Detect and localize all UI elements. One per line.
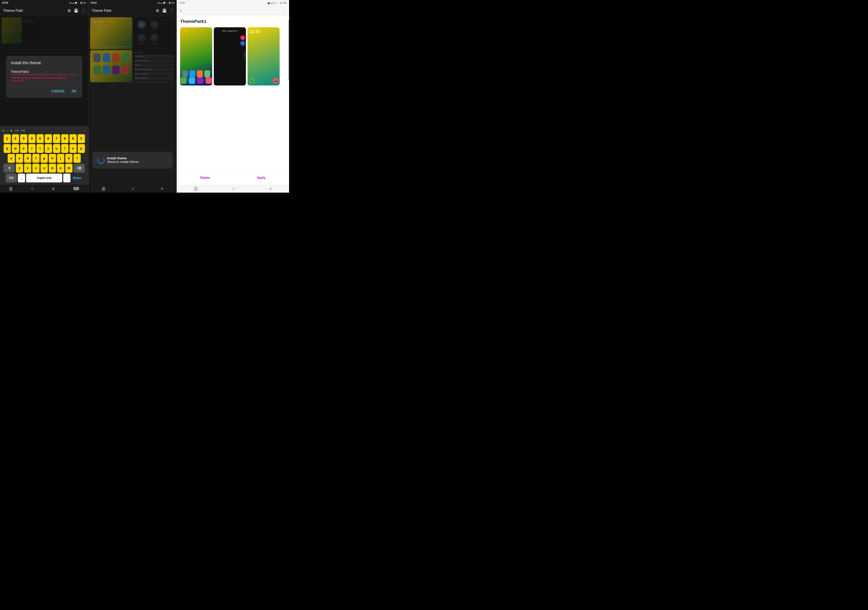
pi3-time: 12:45 (249, 29, 260, 34)
comma-key[interactable]: , (18, 173, 25, 183)
key-k[interactable]: k (65, 154, 73, 163)
scrollbar-indicator (288, 20, 289, 80)
key-m[interactable]: m (65, 164, 73, 173)
preview-card-settings: SETTINGS Connections Sounds, Vibration D… (133, 50, 175, 82)
key-h[interactable]: h (49, 154, 56, 163)
save-icon-2[interactable]: 💾 (162, 8, 167, 13)
install-title: Install theme (107, 156, 127, 160)
key-a[interactable]: a (8, 154, 15, 163)
key-g[interactable]: g (40, 154, 48, 163)
backspace-key[interactable]: ⌫ (73, 164, 85, 173)
key-d[interactable]: d (24, 154, 31, 163)
contact-c: C (240, 41, 245, 46)
apply-button[interactable]: Apply (249, 174, 274, 181)
status-bar-1: 15:53 📷 ☁ 💬 ··· 🔋13% (0, 0, 88, 6)
pi2-date-label: Mon, August 27 (214, 30, 246, 32)
preview-card-notifications: 📶 Wi-Fi 🔊 sound 🔵 Bluetooth 🔦 (133, 17, 175, 50)
key-9[interactable]: 9 (70, 134, 77, 143)
preview-lock-bar (92, 46, 131, 47)
key-4[interactable]: 4 (28, 134, 36, 143)
key-p[interactable]: p (78, 144, 85, 153)
header-icons-2: ⊞ 💾 ⋮ (156, 8, 174, 13)
grid-icon-2[interactable]: ⊞ (156, 8, 159, 13)
key-v[interactable]: v (40, 164, 48, 173)
viber-dock-icon (112, 65, 119, 74)
pi1-dock-phone (180, 77, 187, 84)
nav-home-2[interactable]: ○ (132, 186, 134, 191)
key-n[interactable]: n (57, 164, 64, 173)
more-icon[interactable]: ⋮ (82, 8, 85, 13)
symbol-key[interactable]: !#1 (6, 173, 17, 183)
nav-home-3[interactable]: ○ (232, 186, 234, 191)
done-key[interactable]: Done (71, 173, 83, 183)
key-l[interactable]: l (73, 154, 81, 163)
period-key[interactable]: . (63, 173, 70, 183)
nav-bar-2: ||| ○ < (88, 184, 177, 193)
key-b[interactable]: b (49, 164, 56, 173)
preview-card-home (90, 50, 132, 82)
key-j[interactable]: j (57, 154, 64, 163)
key-o[interactable]: o (70, 144, 77, 153)
grid-icon[interactable]: ⊞ (68, 8, 71, 13)
key-7[interactable]: 7 (53, 134, 60, 143)
time-2: 15:53 (90, 2, 97, 4)
nav-menu-3[interactable]: ||| (194, 186, 197, 191)
back-button[interactable]: ‹ (180, 8, 181, 13)
nav-menu-1[interactable]: ||| (9, 186, 12, 191)
key-3[interactable]: 3 (20, 134, 27, 143)
key-e[interactable]: e (20, 144, 27, 153)
key-f[interactable]: f (32, 154, 40, 163)
key-2[interactable]: 2 (12, 134, 19, 143)
shift-key[interactable]: ⬆ (4, 164, 15, 173)
key-y[interactable]: y (45, 144, 52, 153)
setting-item-5: Advanced features (134, 72, 174, 76)
key-z[interactable]: z (16, 164, 23, 173)
panel3-content: ThemePark1 (177, 15, 289, 170)
more-icon-2[interactable]: ⋮ (170, 8, 174, 13)
nav-back-1[interactable]: ∨ (52, 186, 55, 191)
save-icon[interactable]: 💾 (74, 8, 78, 13)
pi3-call: 📞 (249, 78, 255, 84)
install-sheet: Install theme About to create theme. (93, 152, 173, 169)
ok-button[interactable]: OK (71, 88, 78, 95)
qi-sound: 🔊 sound (149, 20, 160, 31)
delete-button[interactable]: Delete (192, 174, 218, 181)
key-x[interactable]: x (24, 164, 31, 173)
kbd-row-qwerty: q w e r t y u i o p (1, 144, 88, 153)
preview-card-lock: 12:45 Mon, July 14 (90, 17, 132, 50)
kbd-row-zxcv: ⬆ z x c v b n m ⌫ (1, 164, 88, 173)
key-8[interactable]: 8 (61, 134, 68, 143)
key-6[interactable]: 6 (45, 134, 52, 143)
key-0[interactable]: 0 (78, 134, 85, 143)
key-i[interactable]: i (61, 144, 68, 153)
preview-row: Mon, August 27 A C 1 4 7 * 12:45 (180, 27, 286, 85)
key-s[interactable]: s (16, 154, 23, 163)
key-t[interactable]: t (37, 144, 44, 153)
key-r[interactable]: r (28, 144, 36, 153)
app-header-1: Theme Park ⊞ 💾 ⋮ (0, 6, 88, 15)
nav-back-3[interactable]: < (270, 186, 272, 191)
preview-overlay-1: 12:45 Mon, July 14 (90, 17, 132, 28)
settings-app-icon (93, 53, 101, 62)
space-key[interactable]: English (US) (26, 173, 62, 183)
key-c[interactable]: c (32, 164, 40, 173)
qi-flashlight: 🔦 Flashlight (149, 34, 160, 44)
pi2-date: Mon, August 27 (214, 30, 246, 32)
cancel-button[interactable]: Cancel (50, 88, 66, 95)
phone-dock-icon (93, 65, 101, 74)
nav-menu-2[interactable]: ||| (102, 186, 105, 191)
theme-name-input[interactable] (11, 69, 78, 74)
key-w[interactable]: w (12, 144, 19, 153)
key-1[interactable]: 1 (4, 134, 11, 143)
nav-back-2[interactable]: < (161, 186, 163, 191)
app-header-2: Theme Park ⊞ 💾 ⋮ (88, 6, 177, 15)
key-u[interactable]: u (53, 144, 60, 153)
nav-keyboard-1[interactable]: ⌨ (73, 186, 79, 191)
nav-home-1[interactable]: ○ (31, 186, 33, 191)
app-dock (92, 64, 131, 76)
panel-theme-detail: 15:54 📷 ☁ 💬 ··· 🔋12% ‹ ThemePark1 (177, 0, 289, 193)
dialog-input-wrap (11, 69, 78, 75)
key-5[interactable]: 5 (37, 134, 44, 143)
time-3: 15:54 (179, 2, 185, 4)
key-q[interactable]: q (4, 144, 11, 153)
